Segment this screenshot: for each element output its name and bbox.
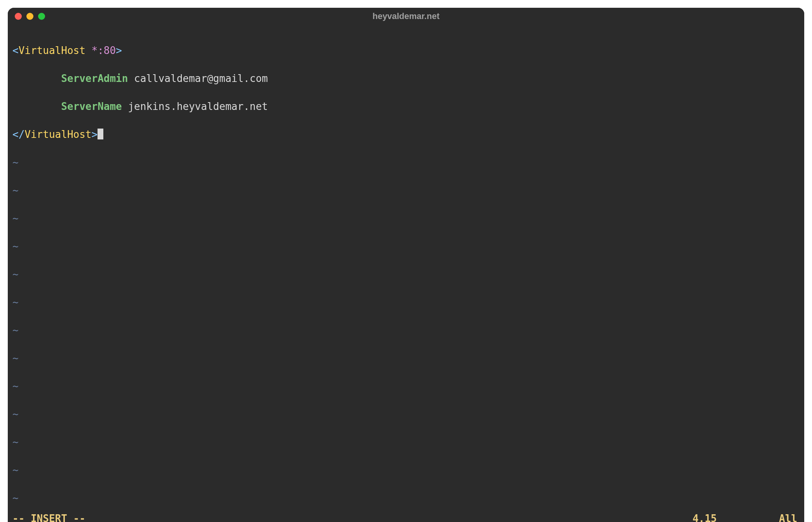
traffic-lights bbox=[15, 13, 45, 20]
code-line-2: ServerAdmin callvaldemar@gmail.com bbox=[12, 71, 800, 85]
empty-line-tilde: ~ bbox=[12, 351, 800, 365]
empty-line-tilde: ~ bbox=[12, 491, 800, 505]
serveradmin-value: callvaldemar@gmail.com bbox=[134, 73, 268, 84]
code-line-1: <VirtualHost *:80> bbox=[12, 44, 800, 57]
cursor bbox=[98, 129, 103, 139]
virtualhost-arg: *:80 bbox=[92, 45, 116, 56]
tag-name: VirtualHost bbox=[24, 129, 91, 140]
tag-close-bracket: > bbox=[92, 129, 98, 140]
tag-close-bracket: > bbox=[116, 45, 122, 56]
empty-line-tilde: ~ bbox=[12, 435, 800, 449]
code-line-3: ServerName jenkins.heyvaldemar.net bbox=[12, 99, 800, 113]
tag-open-bracket: </ bbox=[12, 129, 24, 140]
close-button[interactable] bbox=[15, 13, 22, 20]
empty-line-tilde: ~ bbox=[12, 323, 800, 337]
vim-mode: -- INSERT -- bbox=[12, 513, 85, 522]
scroll-position: All bbox=[779, 513, 797, 522]
empty-line-tilde: ~ bbox=[12, 379, 800, 393]
empty-line-tilde: ~ bbox=[12, 211, 800, 225]
directive-serveradmin: ServerAdmin bbox=[61, 73, 128, 84]
maximize-button[interactable] bbox=[38, 13, 45, 20]
directive-servername: ServerName bbox=[61, 101, 122, 112]
empty-line-tilde: ~ bbox=[12, 463, 800, 477]
code-line-4: </VirtualHost> bbox=[12, 127, 800, 141]
empty-lines-region: ~ ~ ~ ~ ~ ~ ~ ~ ~ ~ ~ ~ ~ ~ ~ ~ ~ ~ ~ ~ … bbox=[12, 155, 800, 513]
empty-line-tilde: ~ bbox=[12, 267, 800, 281]
empty-line-tilde: ~ bbox=[12, 239, 800, 253]
cursor-position: 4,15 bbox=[692, 513, 717, 522]
empty-line-tilde: ~ bbox=[12, 183, 800, 197]
empty-line-tilde: ~ bbox=[12, 407, 800, 421]
terminal-window: heyvaldemar.net <VirtualHost *:80> Serve… bbox=[8, 8, 804, 522]
empty-line-tilde: ~ bbox=[12, 155, 800, 169]
servername-value: jenkins.heyvaldemar.net bbox=[128, 101, 268, 112]
empty-line-tilde: ~ bbox=[12, 295, 800, 309]
editor-area[interactable]: <VirtualHost *:80> ServerAdmin callvalde… bbox=[8, 25, 804, 513]
tag-open-bracket: < bbox=[12, 45, 19, 56]
titlebar: heyvaldemar.net bbox=[8, 8, 804, 25]
window-title: heyvaldemar.net bbox=[373, 11, 439, 21]
minimize-button[interactable] bbox=[26, 13, 33, 20]
status-right: 4,15 All bbox=[692, 513, 797, 522]
tag-name: VirtualHost bbox=[19, 45, 85, 56]
status-bar: -- INSERT -- 4,15 All bbox=[8, 513, 804, 522]
